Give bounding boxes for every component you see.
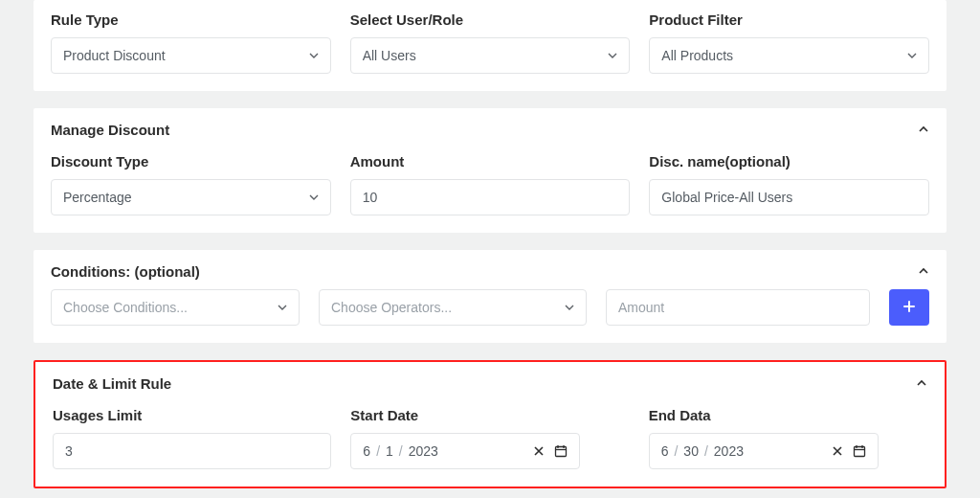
calendar-icon[interactable] [853, 444, 866, 458]
svg-rect-0 [556, 447, 567, 457]
usages-limit-input[interactable]: 3 [53, 433, 331, 469]
rule-type-value: Product Discount [63, 48, 309, 63]
usages-limit-label: Usages Limit [53, 407, 331, 423]
conditions-select[interactable]: Choose Conditions... [51, 289, 300, 326]
date-limit-header[interactable]: Date & Limit Rule [53, 375, 927, 392]
date-separator: / [399, 443, 403, 459]
amount-value: 10 [363, 190, 618, 205]
plus-icon [902, 300, 916, 316]
date-limit-title: Date & Limit Rule [53, 375, 171, 392]
user-role-label: Select User/Role [350, 11, 631, 28]
rule-type-label: Rule Type [51, 11, 331, 28]
date-separator: / [674, 443, 678, 459]
chevron-up-icon [918, 263, 929, 280]
chevron-up-icon [918, 122, 929, 138]
calendar-icon[interactable] [554, 444, 568, 458]
operators-placeholder: Choose Operators... [331, 300, 565, 315]
clear-icon[interactable] [832, 445, 843, 457]
disc-name-input[interactable]: Global Price-All Users [649, 179, 929, 215]
discount-type-label: Discount Type [51, 153, 331, 170]
end-date-label: End Data [649, 407, 927, 423]
condition-amount-placeholder: Amount [618, 300, 858, 315]
condition-amount-input[interactable]: Amount [606, 289, 870, 326]
conditions-title: Conditions: (optional) [51, 263, 200, 280]
start-date-day: 1 [386, 443, 393, 459]
add-condition-button[interactable] [889, 289, 929, 326]
disc-name-label: Disc. name(optional) [649, 153, 929, 170]
end-date-day: 30 [683, 443, 699, 459]
rule-basics-card: Rule Type Product Discount Select User/R… [33, 0, 947, 91]
chevron-up-icon [916, 375, 927, 392]
discount-type-select[interactable]: Percentage [51, 179, 331, 215]
start-date-month: 6 [363, 443, 370, 459]
discount-type-value: Percentage [63, 190, 309, 205]
chevron-down-icon [608, 51, 617, 60]
conditions-header[interactable]: Conditions: (optional) [51, 263, 929, 280]
date-limit-card: Date & Limit Rule Usages Limit 3 Start D… [33, 360, 947, 488]
conditions-placeholder: Choose Conditions... [63, 300, 278, 315]
conditions-card: Conditions: (optional) Choose Conditions… [33, 250, 947, 343]
clear-icon[interactable] [533, 445, 545, 457]
start-date-label: Start Date [350, 407, 629, 423]
chevron-down-icon [907, 51, 917, 60]
date-separator: / [376, 443, 380, 459]
user-role-value: All Users [363, 48, 609, 63]
chevron-down-icon [309, 51, 319, 60]
end-date-year: 2023 [714, 443, 744, 459]
svg-rect-1 [854, 447, 864, 457]
usages-limit-value: 3 [65, 443, 319, 459]
product-filter-value: All Products [661, 48, 907, 63]
rule-type-select[interactable]: Product Discount [51, 37, 331, 74]
product-filter-select[interactable]: All Products [649, 37, 929, 74]
manage-discount-title: Manage Discount [51, 122, 169, 138]
user-role-select[interactable]: All Users [350, 37, 631, 74]
chevron-down-icon [309, 192, 319, 202]
manage-discount-header[interactable]: Manage Discount [51, 122, 929, 138]
start-date-input[interactable]: 6 / 1 / 2023 [350, 433, 580, 469]
end-date-month: 6 [661, 443, 669, 459]
disc-name-value: Global Price-All Users [661, 190, 917, 205]
date-separator: / [704, 443, 708, 459]
chevron-down-icon [565, 303, 574, 312]
amount-input[interactable]: 10 [350, 179, 631, 215]
manage-discount-card: Manage Discount Discount Type Percentage… [33, 108, 947, 233]
end-date-input[interactable]: 6 / 30 / 2023 [649, 433, 879, 469]
start-date-year: 2023 [409, 443, 438, 459]
amount-label: Amount [350, 153, 631, 170]
chevron-down-icon [278, 303, 287, 312]
operators-select[interactable]: Choose Operators... [319, 289, 587, 326]
product-filter-label: Product Filter [649, 11, 929, 28]
